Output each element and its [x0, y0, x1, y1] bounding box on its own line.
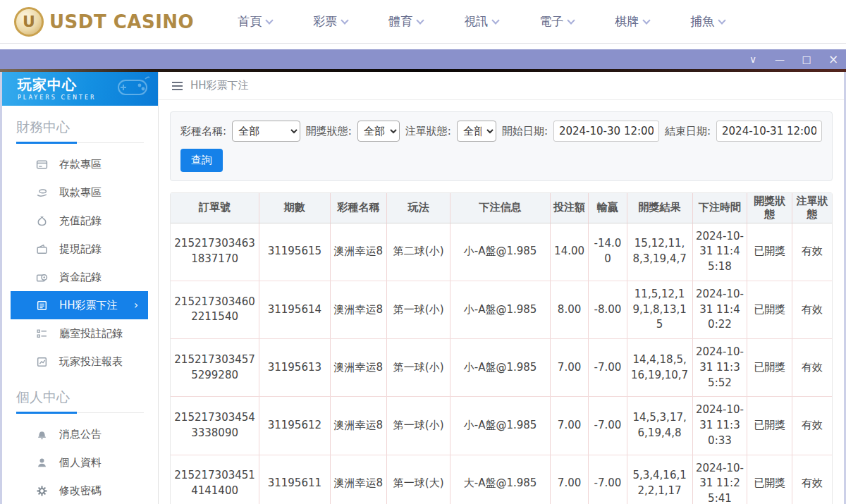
- col-lottery-name: 彩種名稱: [330, 193, 387, 223]
- table-row: 2152173034631837170 31195615 澳洲幸运8 第二球(小…: [171, 223, 832, 281]
- cell-play-type: 第一球(大): [387, 455, 450, 504]
- logo-coin-icon: U: [14, 7, 44, 37]
- cell-winloss: -7.00: [589, 455, 627, 504]
- nav-home-label: 首頁: [238, 13, 262, 30]
- bets-table-panel: 訂單號 期數 彩種名稱 玩法 下注信息 投注額 輸贏 開獎結果 下注時間 開獎狀…: [170, 192, 833, 504]
- sidebar-item-profile[interactable]: 個人資料: [11, 448, 148, 477]
- sidebar-item-label: 取款專區: [59, 186, 102, 199]
- cell-lottery-name: 澳洲幸运8: [330, 281, 387, 338]
- window-titlebar: ∨ — □ ×: [0, 49, 846, 69]
- nav-sports[interactable]: 體育: [388, 13, 423, 30]
- cell-winloss: -7.00: [589, 397, 627, 455]
- col-order-no: 訂單號: [171, 193, 259, 223]
- top-nav: U USDT CASINO 首頁 彩票 體育 視訊 電子 棋牌 捕魚: [0, 0, 846, 44]
- cell-bet-amount: 7.00: [550, 339, 588, 397]
- cell-order-no: 2152173034514141400: [171, 455, 259, 504]
- nav-live[interactable]: 視訊: [464, 13, 498, 30]
- nav-home[interactable]: 首頁: [238, 13, 272, 30]
- sidebar: 玩家中心 PLAYERS CENTER 財務中心 存款專區 取款專區: [2, 72, 159, 504]
- logo[interactable]: U USDT CASINO: [14, 7, 194, 37]
- user-icon: [36, 457, 48, 469]
- draw-status-select[interactable]: 全部: [357, 121, 400, 142]
- minimize-icon[interactable]: —: [774, 54, 785, 64]
- sidebar-item-recharge-record[interactable]: 充值記錄: [11, 207, 148, 235]
- table-header-row: 訂單號 期數 彩種名稱 玩法 下注信息 投注額 輸贏 開獎結果 下注時間 開獎狀…: [171, 193, 832, 223]
- end-date-label: 結束日期:: [665, 125, 711, 138]
- spacer: [0, 44, 846, 49]
- col-bet-time: 下注時間: [692, 193, 747, 223]
- cell-period: 31195614: [259, 281, 330, 338]
- end-date-input[interactable]: [716, 121, 822, 142]
- bet-list-icon: [36, 300, 48, 312]
- cell-lottery-name: 澳洲幸运8: [330, 339, 387, 397]
- cell-order-no: 2152173034575299280: [171, 339, 259, 397]
- cell-draw-status: 已開獎: [747, 281, 792, 338]
- breadcrumb: HH彩票下注: [159, 72, 844, 100]
- cell-order-status: 有效: [792, 223, 832, 281]
- lottery-name-select[interactable]: 全部: [232, 121, 300, 142]
- close-icon[interactable]: ×: [828, 54, 839, 66]
- order-status-select[interactable]: 全部: [457, 121, 496, 142]
- cell-draw-result: 5,3,4,16,12,2,1,17: [627, 455, 692, 504]
- sidebar-item-player-report[interactable]: 玩家投注報表: [11, 348, 148, 376]
- chevron-down-icon: [417, 16, 424, 24]
- sidebar-item-room-bet-record[interactable]: 廳室投註記錄: [11, 319, 148, 348]
- nav-live-label: 視訊: [464, 13, 488, 30]
- sidebar-item-change-password[interactable]: 修改密碼: [11, 477, 148, 504]
- sidebar-item-label: 個人資料: [59, 456, 102, 469]
- cell-period: 31195615: [259, 223, 330, 281]
- cell-draw-result: 15,12,11,8,3,19,4,7: [627, 223, 692, 281]
- cell-draw-result: 11,5,12,19,1,8,13,15: [627, 281, 692, 338]
- cell-period: 31195611: [259, 455, 330, 504]
- maximize-icon[interactable]: □: [801, 54, 812, 64]
- chevron-down-icon: [492, 16, 500, 24]
- chevron-right-icon: ›: [134, 299, 138, 312]
- deposit-card-icon: [36, 159, 48, 171]
- draw-status-label: 開獎狀態:: [306, 125, 352, 138]
- sidebar-item-hh-lottery-bets[interactable]: HH彩票下注 ›: [11, 291, 148, 319]
- hamburger-icon[interactable]: [171, 81, 183, 91]
- cell-order-status: 有效: [792, 339, 832, 397]
- cell-draw-status: 已開獎: [747, 455, 792, 504]
- cell-bet-time: 2024-10-31 11:25:41: [692, 455, 747, 504]
- finance-menu: 存款專區 取款專區 充值記錄 提現記錄: [2, 150, 158, 376]
- collapse-icon[interactable]: ∨: [747, 54, 759, 64]
- cell-bet-info: 大-A盤@1.985: [450, 455, 551, 504]
- table-row: 2152173034514141400 31195611 澳洲幸运8 第一球(大…: [171, 455, 832, 504]
- cell-draw-status: 已開獎: [747, 339, 792, 397]
- sidebar-item-withdraw[interactable]: 取款專區: [11, 178, 148, 207]
- search-button[interactable]: 查詢: [180, 149, 223, 172]
- sidebar-item-withdraw-record[interactable]: 提現記錄: [11, 235, 148, 263]
- bell-icon: [36, 429, 48, 441]
- cell-period: 31195613: [259, 339, 330, 397]
- col-draw-result: 開獎結果: [627, 193, 692, 223]
- cell-lottery-name: 澳洲幸运8: [330, 455, 387, 504]
- cell-draw-status: 已開獎: [747, 397, 792, 455]
- withdraw-hand-icon: [36, 187, 48, 199]
- cell-bet-time: 2024-10-31 11:30:33: [692, 397, 747, 455]
- col-bet-amount: 投注額: [550, 193, 588, 223]
- cell-winloss: -14.00: [589, 223, 627, 281]
- nav-lottery[interactable]: 彩票: [313, 13, 348, 30]
- cell-bet-amount: 8.00: [550, 281, 588, 338]
- sidebar-item-funds-record[interactable]: 資金記錄: [11, 263, 148, 291]
- nav-cards[interactable]: 棋牌: [615, 13, 649, 30]
- chevron-down-icon: [568, 16, 575, 24]
- cell-winloss: -7.00: [589, 339, 627, 397]
- cell-play-type: 第一球(小): [387, 339, 450, 397]
- bets-table: 訂單號 期數 彩種名稱 玩法 下注信息 投注額 輸贏 開獎結果 下注時間 開獎狀…: [171, 193, 832, 504]
- nav-fishing[interactable]: 捕魚: [690, 13, 725, 30]
- cell-bet-info: 小-A盤@1.985: [450, 281, 551, 338]
- nav-lottery-label: 彩票: [313, 13, 337, 30]
- nav-slots[interactable]: 電子: [539, 13, 574, 30]
- cell-order-no: 2152173034543338090: [171, 397, 259, 455]
- sidebar-item-label: 資金記錄: [59, 271, 102, 284]
- sidebar-item-deposit[interactable]: 存款專區: [11, 150, 148, 178]
- sidebar-item-label: 存款專區: [59, 158, 102, 171]
- cell-bet-time: 2024-10-31 11:35:52: [692, 339, 747, 397]
- sidebar-item-label: 修改密碼: [59, 484, 102, 498]
- sidebar-item-announcements[interactable]: 消息公告: [11, 420, 148, 448]
- cell-draw-result: 14,5,3,17,6,19,4,8: [627, 397, 692, 455]
- cell-bet-amount: 7.00: [550, 397, 588, 455]
- start-date-input[interactable]: [553, 121, 659, 142]
